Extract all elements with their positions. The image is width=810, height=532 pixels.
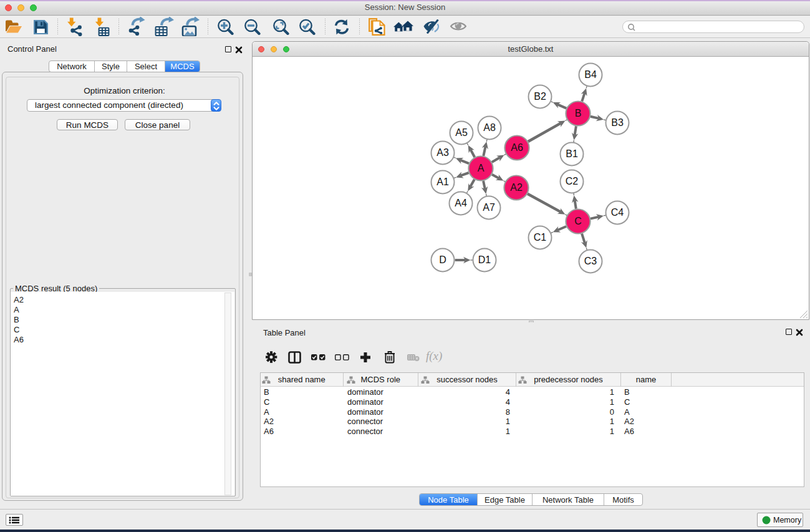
svg-text:B: B — [575, 108, 582, 118]
svg-text:C1: C1 — [534, 232, 547, 243]
svg-text:B2: B2 — [534, 91, 546, 102]
svg-text:A3: A3 — [436, 147, 449, 158]
svg-text:A7: A7 — [483, 202, 495, 213]
svg-text:B1: B1 — [566, 148, 578, 159]
svg-text:B4: B4 — [584, 69, 597, 80]
svg-text:A8: A8 — [483, 122, 496, 133]
svg-text:C: C — [574, 216, 582, 226]
svg-text:A1: A1 — [436, 177, 449, 187]
svg-text:D: D — [439, 254, 446, 265]
svg-text:A6: A6 — [511, 142, 523, 153]
svg-text:D1: D1 — [478, 254, 491, 265]
svg-text:C4: C4 — [611, 207, 624, 218]
svg-text:C2: C2 — [566, 176, 579, 186]
svg-text:C3: C3 — [584, 256, 597, 266]
svg-text:A5: A5 — [455, 127, 468, 138]
svg-text:A: A — [478, 163, 485, 173]
svg-text:A2: A2 — [510, 182, 523, 193]
svg-text:B3: B3 — [611, 117, 624, 128]
svg-text:A4: A4 — [455, 198, 467, 208]
